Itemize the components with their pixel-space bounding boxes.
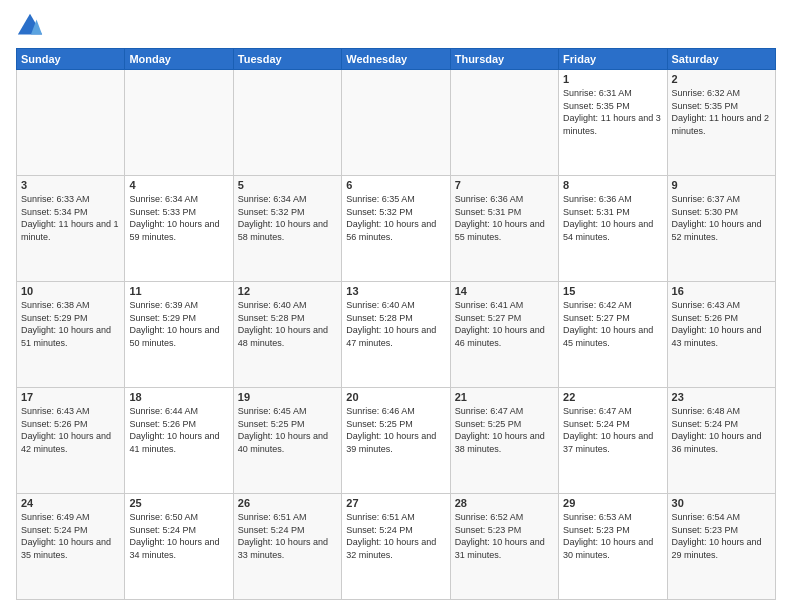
day-info: Sunrise: 6:49 AM Sunset: 5:24 PM Dayligh… (21, 511, 120, 561)
day-cell: 8Sunrise: 6:36 AM Sunset: 5:31 PM Daylig… (559, 176, 667, 282)
day-info: Sunrise: 6:36 AM Sunset: 5:31 PM Dayligh… (563, 193, 662, 243)
day-number: 14 (455, 285, 554, 297)
day-cell: 4Sunrise: 6:34 AM Sunset: 5:33 PM Daylig… (125, 176, 233, 282)
day-info: Sunrise: 6:50 AM Sunset: 5:24 PM Dayligh… (129, 511, 228, 561)
day-cell: 10Sunrise: 6:38 AM Sunset: 5:29 PM Dayli… (17, 282, 125, 388)
week-row-2: 3Sunrise: 6:33 AM Sunset: 5:34 PM Daylig… (17, 176, 776, 282)
day-number: 29 (563, 497, 662, 509)
day-number: 8 (563, 179, 662, 191)
day-info: Sunrise: 6:36 AM Sunset: 5:31 PM Dayligh… (455, 193, 554, 243)
day-info: Sunrise: 6:54 AM Sunset: 5:23 PM Dayligh… (672, 511, 771, 561)
day-info: Sunrise: 6:44 AM Sunset: 5:26 PM Dayligh… (129, 405, 228, 455)
day-info: Sunrise: 6:48 AM Sunset: 5:24 PM Dayligh… (672, 405, 771, 455)
day-number: 25 (129, 497, 228, 509)
day-number: 11 (129, 285, 228, 297)
day-number: 10 (21, 285, 120, 297)
weekday-header-saturday: Saturday (667, 49, 775, 70)
day-cell: 26Sunrise: 6:51 AM Sunset: 5:24 PM Dayli… (233, 494, 341, 600)
day-cell: 5Sunrise: 6:34 AM Sunset: 5:32 PM Daylig… (233, 176, 341, 282)
day-info: Sunrise: 6:43 AM Sunset: 5:26 PM Dayligh… (21, 405, 120, 455)
day-info: Sunrise: 6:41 AM Sunset: 5:27 PM Dayligh… (455, 299, 554, 349)
day-info: Sunrise: 6:34 AM Sunset: 5:33 PM Dayligh… (129, 193, 228, 243)
day-number: 18 (129, 391, 228, 403)
day-cell: 12Sunrise: 6:40 AM Sunset: 5:28 PM Dayli… (233, 282, 341, 388)
day-info: Sunrise: 6:40 AM Sunset: 5:28 PM Dayligh… (346, 299, 445, 349)
day-info: Sunrise: 6:38 AM Sunset: 5:29 PM Dayligh… (21, 299, 120, 349)
header (16, 12, 776, 40)
day-number: 17 (21, 391, 120, 403)
day-cell (233, 70, 341, 176)
day-cell: 18Sunrise: 6:44 AM Sunset: 5:26 PM Dayli… (125, 388, 233, 494)
day-info: Sunrise: 6:42 AM Sunset: 5:27 PM Dayligh… (563, 299, 662, 349)
week-row-3: 10Sunrise: 6:38 AM Sunset: 5:29 PM Dayli… (17, 282, 776, 388)
day-cell: 23Sunrise: 6:48 AM Sunset: 5:24 PM Dayli… (667, 388, 775, 494)
weekday-header-tuesday: Tuesday (233, 49, 341, 70)
weekday-header-monday: Monday (125, 49, 233, 70)
day-info: Sunrise: 6:31 AM Sunset: 5:35 PM Dayligh… (563, 87, 662, 137)
day-info: Sunrise: 6:51 AM Sunset: 5:24 PM Dayligh… (238, 511, 337, 561)
day-cell: 20Sunrise: 6:46 AM Sunset: 5:25 PM Dayli… (342, 388, 450, 494)
logo (16, 12, 48, 40)
day-info: Sunrise: 6:47 AM Sunset: 5:25 PM Dayligh… (455, 405, 554, 455)
day-cell: 15Sunrise: 6:42 AM Sunset: 5:27 PM Dayli… (559, 282, 667, 388)
day-number: 26 (238, 497, 337, 509)
day-cell: 3Sunrise: 6:33 AM Sunset: 5:34 PM Daylig… (17, 176, 125, 282)
day-number: 16 (672, 285, 771, 297)
day-number: 7 (455, 179, 554, 191)
day-info: Sunrise: 6:45 AM Sunset: 5:25 PM Dayligh… (238, 405, 337, 455)
weekday-header-row: SundayMondayTuesdayWednesdayThursdayFrid… (17, 49, 776, 70)
day-info: Sunrise: 6:43 AM Sunset: 5:26 PM Dayligh… (672, 299, 771, 349)
day-cell: 28Sunrise: 6:52 AM Sunset: 5:23 PM Dayli… (450, 494, 558, 600)
day-number: 30 (672, 497, 771, 509)
day-cell: 22Sunrise: 6:47 AM Sunset: 5:24 PM Dayli… (559, 388, 667, 494)
day-cell: 19Sunrise: 6:45 AM Sunset: 5:25 PM Dayli… (233, 388, 341, 494)
day-number: 27 (346, 497, 445, 509)
day-info: Sunrise: 6:51 AM Sunset: 5:24 PM Dayligh… (346, 511, 445, 561)
day-info: Sunrise: 6:34 AM Sunset: 5:32 PM Dayligh… (238, 193, 337, 243)
day-number: 2 (672, 73, 771, 85)
day-number: 22 (563, 391, 662, 403)
day-info: Sunrise: 6:35 AM Sunset: 5:32 PM Dayligh… (346, 193, 445, 243)
page: SundayMondayTuesdayWednesdayThursdayFrid… (0, 0, 792, 612)
day-number: 23 (672, 391, 771, 403)
calendar: SundayMondayTuesdayWednesdayThursdayFrid… (16, 48, 776, 600)
day-cell: 9Sunrise: 6:37 AM Sunset: 5:30 PM Daylig… (667, 176, 775, 282)
week-row-5: 24Sunrise: 6:49 AM Sunset: 5:24 PM Dayli… (17, 494, 776, 600)
day-cell: 16Sunrise: 6:43 AM Sunset: 5:26 PM Dayli… (667, 282, 775, 388)
day-number: 9 (672, 179, 771, 191)
day-cell: 13Sunrise: 6:40 AM Sunset: 5:28 PM Dayli… (342, 282, 450, 388)
day-cell: 6Sunrise: 6:35 AM Sunset: 5:32 PM Daylig… (342, 176, 450, 282)
day-info: Sunrise: 6:37 AM Sunset: 5:30 PM Dayligh… (672, 193, 771, 243)
day-info: Sunrise: 6:47 AM Sunset: 5:24 PM Dayligh… (563, 405, 662, 455)
day-info: Sunrise: 6:32 AM Sunset: 5:35 PM Dayligh… (672, 87, 771, 137)
day-number: 3 (21, 179, 120, 191)
day-cell: 2Sunrise: 6:32 AM Sunset: 5:35 PM Daylig… (667, 70, 775, 176)
day-cell: 29Sunrise: 6:53 AM Sunset: 5:23 PM Dayli… (559, 494, 667, 600)
day-number: 24 (21, 497, 120, 509)
week-row-1: 1Sunrise: 6:31 AM Sunset: 5:35 PM Daylig… (17, 70, 776, 176)
day-info: Sunrise: 6:33 AM Sunset: 5:34 PM Dayligh… (21, 193, 120, 243)
day-number: 19 (238, 391, 337, 403)
day-number: 28 (455, 497, 554, 509)
day-cell (125, 70, 233, 176)
day-cell: 14Sunrise: 6:41 AM Sunset: 5:27 PM Dayli… (450, 282, 558, 388)
day-number: 6 (346, 179, 445, 191)
weekday-header-sunday: Sunday (17, 49, 125, 70)
day-cell (17, 70, 125, 176)
day-cell: 21Sunrise: 6:47 AM Sunset: 5:25 PM Dayli… (450, 388, 558, 494)
week-row-4: 17Sunrise: 6:43 AM Sunset: 5:26 PM Dayli… (17, 388, 776, 494)
day-cell: 24Sunrise: 6:49 AM Sunset: 5:24 PM Dayli… (17, 494, 125, 600)
day-cell (450, 70, 558, 176)
day-info: Sunrise: 6:53 AM Sunset: 5:23 PM Dayligh… (563, 511, 662, 561)
day-number: 5 (238, 179, 337, 191)
day-cell: 7Sunrise: 6:36 AM Sunset: 5:31 PM Daylig… (450, 176, 558, 282)
day-number: 15 (563, 285, 662, 297)
weekday-header-thursday: Thursday (450, 49, 558, 70)
day-cell: 30Sunrise: 6:54 AM Sunset: 5:23 PM Dayli… (667, 494, 775, 600)
day-number: 13 (346, 285, 445, 297)
day-number: 20 (346, 391, 445, 403)
weekday-header-wednesday: Wednesday (342, 49, 450, 70)
day-number: 21 (455, 391, 554, 403)
day-number: 12 (238, 285, 337, 297)
day-cell: 11Sunrise: 6:39 AM Sunset: 5:29 PM Dayli… (125, 282, 233, 388)
